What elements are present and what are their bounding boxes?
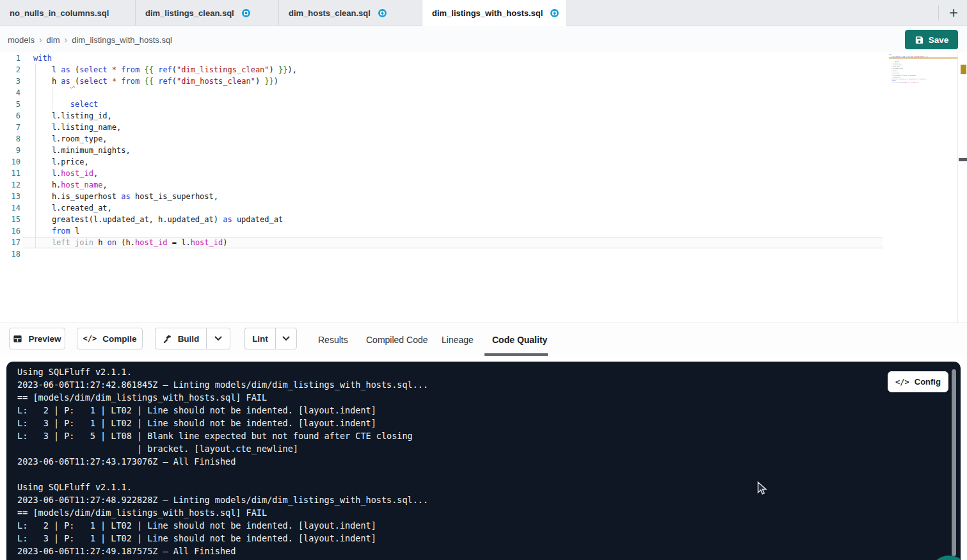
action-toolbar: Preview </> Compile Build Lint ResultsCo… — [0, 323, 967, 356]
lint-dropdown-button[interactable] — [275, 328, 297, 349]
breadcrumb-item[interactable]: models — [8, 35, 35, 45]
code-token: host_id — [61, 169, 93, 178]
lint-button-group: Lint — [244, 328, 297, 349]
code-token: l.listing_id, — [33, 111, 112, 120]
code-line-8[interactable]: l.room_type, — [33, 133, 108, 145]
compile-code-icon: </> — [83, 334, 97, 343]
code-line-6[interactable]: l.listing_id, — [33, 110, 112, 122]
preview-button-label: Preview — [28, 334, 61, 344]
code-token: as — [61, 65, 70, 74]
code-line-2[interactable]: l as (select * from {{ ref("dim_listings… — [33, 64, 297, 76]
line-number: 13 — [0, 191, 20, 202]
build-button-label: Build — [178, 334, 200, 344]
code-line-1[interactable]: with — [33, 52, 52, 64]
line-number: 15 — [0, 214, 20, 225]
editor-tabs: no_nulls_in_columns.sqldim_listings_clea… — [0, 0, 566, 25]
breadcrumb: models›dim›dim_listings_with_hosts.sql — [8, 26, 172, 54]
line-number: 3 — [0, 76, 20, 87]
build-dropdown-button[interactable] — [206, 328, 230, 349]
tab-dim_hosts_clean.sql[interactable]: dim_hosts_clean.sql — [279, 0, 422, 26]
panel-tab-code-quality[interactable]: Code Quality — [492, 323, 547, 356]
terminal-scrollbar-thumb[interactable] — [952, 369, 956, 556]
tab-dim_listings_with_hosts.sql[interactable]: dim_listings_with_hosts.sql — [422, 0, 566, 26]
breadcrumb-item[interactable]: dim_listings_with_hosts.sql — [72, 35, 172, 45]
save-button-label: Save — [929, 35, 949, 45]
code-token: ) — [255, 77, 264, 86]
code-token: h — [98, 238, 107, 247]
code-token: * — [112, 65, 116, 74]
code-token: h — [33, 77, 61, 86]
line-number: 17 — [0, 237, 20, 248]
code-line-17[interactable]: left join h on (h.host_id = l.host_id) — [33, 237, 227, 248]
save-button[interactable]: Save — [905, 30, 958, 49]
line-number: 10 — [0, 156, 20, 168]
tab-no_nulls_in_columns.sql[interactable]: no_nulls_in_columns.sql — [0, 0, 136, 26]
code-token: host_is_superhost, — [131, 192, 218, 201]
compile-button[interactable]: </> Compile — [77, 328, 143, 349]
code-token — [33, 227, 52, 236]
code-token: ) — [917, 82, 918, 83]
code-token: l — [33, 65, 61, 74]
code-line-3[interactable]: h as (select * from {{ ref("dim_hosts_cl… — [33, 76, 278, 87]
terminal-line: Using SQLFluff v2.1.1. — [17, 481, 428, 493]
code-token: updated_at — [232, 215, 283, 224]
line-number: 6 — [0, 110, 20, 122]
code-line-11[interactable]: l.host_id, — [33, 168, 98, 179]
line-number: 4 — [0, 87, 20, 99]
code-token — [33, 100, 70, 109]
code-token: host_is_superhost, — [904, 75, 917, 76]
build-hammer-icon — [163, 334, 172, 344]
code-token: ref — [158, 77, 172, 86]
config-button[interactable]: </> Config — [888, 371, 948, 392]
code-token: l.price, — [33, 157, 89, 166]
editor-tab-bar: no_nulls_in_columns.sqldim_listings_clea… — [0, 0, 967, 26]
lint-button[interactable]: Lint — [244, 328, 275, 349]
panel-tab-lineage[interactable]: Lineage — [442, 323, 474, 356]
terminal-line: Using SQLFluff v2.1.1. — [17, 365, 428, 378]
code-token: ( — [70, 65, 79, 74]
code-token: h. — [33, 180, 61, 189]
code-token: as — [121, 192, 130, 201]
editor-scrollbar-thumb[interactable] — [959, 158, 967, 161]
code-token: on — [108, 238, 116, 247]
code-line-7[interactable]: l.listing_name, — [33, 122, 121, 133]
preview-button[interactable]: Preview — [9, 328, 65, 349]
breadcrumb-item[interactable]: dim — [47, 35, 60, 45]
code-line-13[interactable]: h.is_superhost as host_is_superhost, — [33, 191, 218, 202]
code-token: host_id — [135, 238, 168, 247]
code-line-5[interactable]: select — [33, 99, 98, 110]
tab-label: dim_listings_with_hosts.sql — [432, 8, 543, 18]
active-panel-tab-underline — [484, 353, 548, 356]
code-line-15[interactable]: greatest(l.updated_at, h.updated_at) as … — [33, 214, 283, 225]
code-line-10[interactable]: l.price, — [33, 156, 89, 168]
line-number: 1 — [0, 52, 20, 64]
code-line-12[interactable]: h.host_name, — [33, 179, 108, 191]
code-token: from — [121, 77, 140, 86]
code-editor[interactable]: 123456789101112131415161718 with l as (s… — [0, 52, 967, 323]
code-line-14[interactable]: l.created_at, — [33, 202, 112, 214]
config-code-icon: </> — [895, 378, 909, 387]
line-number: 14 — [0, 202, 20, 214]
code-line-16[interactable]: from l — [33, 225, 79, 237]
breadcrumb-separator-icon: › — [65, 35, 68, 45]
code-token: select — [70, 100, 98, 109]
minimap[interactable]: with l as (select * from {{ ref("dim_lis… — [889, 54, 957, 95]
unsaved-changes-dot-icon — [378, 9, 387, 17]
code-token: ) — [274, 77, 278, 86]
unsaved-changes-dot-icon — [550, 9, 559, 17]
code-line-9[interactable]: l.minimum_nights, — [33, 145, 131, 156]
code-token: select — [79, 65, 107, 74]
terminal-line: 2023-06-06T11:27:42.861845Z – Linting mo… — [17, 378, 428, 391]
new-tab-button[interactable]: + — [943, 3, 964, 23]
panel-tab-results[interactable]: Results — [318, 323, 348, 356]
code-token: ) — [925, 58, 925, 59]
code-token: ), — [927, 56, 929, 57]
tab-dim_listings_clean.sql[interactable]: dim_listings_clean.sql — [136, 0, 279, 26]
config-button-label: Config — [915, 377, 941, 387]
panel-tab-compiled-code[interactable]: Compiled Code — [366, 323, 428, 356]
overview-ruler-divider — [957, 52, 958, 323]
code-token: "dim_hosts_clean" — [911, 58, 922, 59]
build-button[interactable]: Build — [155, 328, 206, 349]
code-token: select — [79, 77, 107, 86]
code-token: l.minimum_nights, — [33, 146, 131, 155]
